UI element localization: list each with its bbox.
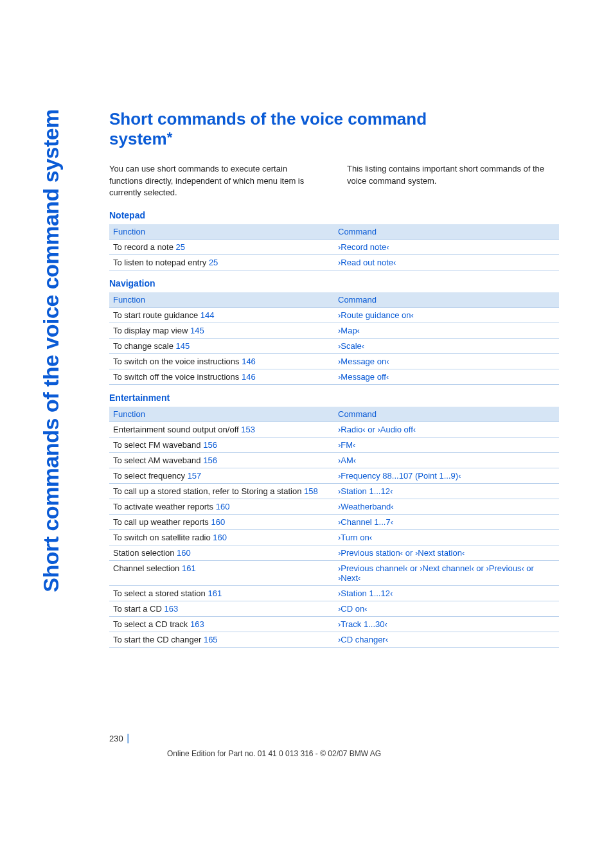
title-line2: system <box>109 129 167 148</box>
intro-columns: You can use short commands to execute ce… <box>109 163 559 199</box>
page-ref[interactable]: 157 <box>188 471 202 481</box>
cell-command: ›Scale‹ <box>334 338 559 353</box>
page-ref[interactable]: 146 <box>242 357 256 366</box>
table-row: To select a CD track 163›Track 1...30‹ <box>109 616 559 632</box>
cell-command: ›AM‹ <box>334 452 559 468</box>
page-ref[interactable]: 145 <box>176 341 190 351</box>
cell-function: To select FM waveband 156 <box>109 437 334 452</box>
cell-function: To start route guidance 144 <box>109 307 334 323</box>
page-ref[interactable]: 144 <box>200 310 215 320</box>
cell-command: ›Record note‹ <box>334 239 559 254</box>
table-row: To start route guidance 144›Route guidan… <box>109 307 559 323</box>
section-notepad: Notepad <box>109 210 559 220</box>
table-row: To activate weather reports 160›Weatherb… <box>109 499 559 514</box>
page-ref[interactable]: 25 <box>176 242 185 252</box>
th-command: Command <box>334 292 559 308</box>
cell-function: To select frequency 157 <box>109 468 334 483</box>
cell-command: ›Weatherband‹ <box>334 499 559 514</box>
table-row: Entertainment sound output on/off 153›Ra… <box>109 421 559 437</box>
page-ref[interactable]: 25 <box>209 258 218 267</box>
cell-function: To select a stored station 161 <box>109 585 334 601</box>
page-title: Short commands of the voice command syst… <box>109 109 559 149</box>
cell-command: ›Frequency 88...107 (Point 1...9)‹ <box>334 468 559 483</box>
th-command: Command <box>334 407 559 422</box>
page-ref[interactable]: 161 <box>182 563 196 573</box>
cell-command: ›Station 1...12‹ <box>334 585 559 601</box>
cell-function: To switch on satellite radio 160 <box>109 529 334 545</box>
cell-command: ›Radio‹ or ›Audio off‹ <box>334 421 559 437</box>
table-row: To switch off the voice instructions 146… <box>109 369 559 384</box>
table-row: To select frequency 157›Frequency 88...1… <box>109 468 559 483</box>
page-ref[interactable]: 160 <box>216 502 230 511</box>
cell-function: To select a CD track 163 <box>109 616 334 632</box>
page-ref[interactable]: 165 <box>204 635 218 644</box>
page-ref[interactable]: 160 <box>177 548 191 558</box>
cell-function: Station selection 160 <box>109 545 334 560</box>
th-function: Function <box>109 407 334 422</box>
cell-command: ›Turn on‹ <box>334 529 559 545</box>
entertainment-table: Function Command Entertainment sound out… <box>109 407 559 648</box>
cell-command: ›FM‹ <box>334 437 559 452</box>
cell-command: ›Previous channel‹ or ›Next channel‹ or … <box>334 560 559 585</box>
page-ref[interactable]: 160 <box>211 517 225 527</box>
cell-command: ›Message on‹ <box>334 353 559 369</box>
table-row: To select FM waveband 156›FM‹ <box>109 437 559 452</box>
cell-command: ›Map‹ <box>334 323 559 338</box>
side-tab-title: Short commands of the voice command syst… <box>39 109 64 592</box>
table-row: To select a stored station 161›Station 1… <box>109 585 559 601</box>
table-row: To switch on satellite radio 160›Turn on… <box>109 529 559 545</box>
th-function: Function <box>109 224 334 240</box>
cell-command: ›Previous station‹ or ›Next station‹ <box>334 545 559 560</box>
cell-function: To listen to notepad entry 25 <box>109 254 334 270</box>
cell-function: To start a CD 163 <box>109 601 334 616</box>
intro-left: You can use short commands to execute ce… <box>109 163 321 199</box>
cell-function: To select AM waveband 156 <box>109 452 334 468</box>
cell-function: To display map view 145 <box>109 323 334 338</box>
cell-command: ›Read out note‹ <box>334 254 559 270</box>
th-function: Function <box>109 292 334 308</box>
asterisk-icon: * <box>167 129 173 145</box>
page-ref[interactable]: 153 <box>241 425 255 434</box>
cell-command: ›Track 1...30‹ <box>334 616 559 632</box>
title-line1: Short commands of the voice command <box>109 109 427 128</box>
cell-function: To call up weather reports 160 <box>109 514 334 529</box>
cell-function: To start the CD changer 165 <box>109 632 334 647</box>
page-ref[interactable]: 163 <box>164 604 178 614</box>
th-command: Command <box>334 224 559 240</box>
page-ref[interactable]: 163 <box>190 619 204 629</box>
page-ref[interactable]: 146 <box>242 372 256 382</box>
section-navigation: Navigation <box>109 278 559 288</box>
page-ref[interactable]: 156 <box>203 456 217 465</box>
cell-function: To change scale 145 <box>109 338 334 353</box>
page-ref[interactable]: 145 <box>190 326 204 335</box>
notepad-table: Function Command To record a note 25›Rec… <box>109 224 559 270</box>
main-content: Short commands of the voice command syst… <box>109 109 559 651</box>
table-row: Channel selection 161›Previous channel‹ … <box>109 560 559 585</box>
cell-function: Channel selection 161 <box>109 560 334 585</box>
page-ref[interactable]: 160 <box>213 533 227 542</box>
page-ref[interactable]: 158 <box>304 486 318 496</box>
table-row: To change scale 145›Scale‹ <box>109 338 559 353</box>
table-row: To listen to notepad entry 25›Read out n… <box>109 254 559 270</box>
cell-function: Entertainment sound output on/off 153 <box>109 421 334 437</box>
cell-command: ›CD changer‹ <box>334 632 559 647</box>
footer-note: Online Edition for Part no. 01 41 0 013 … <box>167 749 559 758</box>
page-ref[interactable]: 156 <box>203 440 217 450</box>
navigation-tbody: To start route guidance 144›Route guidan… <box>109 307 559 384</box>
table-row: To call up a stored station, refer to St… <box>109 483 559 499</box>
section-entertainment: Entertainment <box>109 393 559 403</box>
table-row: To display map view 145›Map‹ <box>109 323 559 338</box>
cell-command: ›Channel 1...7‹ <box>334 514 559 529</box>
navigation-table: Function Command To start route guidance… <box>109 292 559 385</box>
cell-command: ›CD on‹ <box>334 601 559 616</box>
table-row: To record a note 25›Record note‹ <box>109 239 559 254</box>
page-number: 230 <box>109 734 129 743</box>
footer: 230 Online Edition for Part no. 01 41 0 … <box>109 732 559 758</box>
page-ref[interactable]: 161 <box>208 589 222 598</box>
entertainment-tbody: Entertainment sound output on/off 153›Ra… <box>109 421 559 647</box>
notepad-tbody: To record a note 25›Record note‹To liste… <box>109 239 559 270</box>
cell-function: To switch off the voice instructions 146 <box>109 369 334 384</box>
cell-function: To record a note 25 <box>109 239 334 254</box>
table-row: Station selection 160›Previous station‹ … <box>109 545 559 560</box>
cell-function: To call up a stored station, refer to St… <box>109 483 334 499</box>
